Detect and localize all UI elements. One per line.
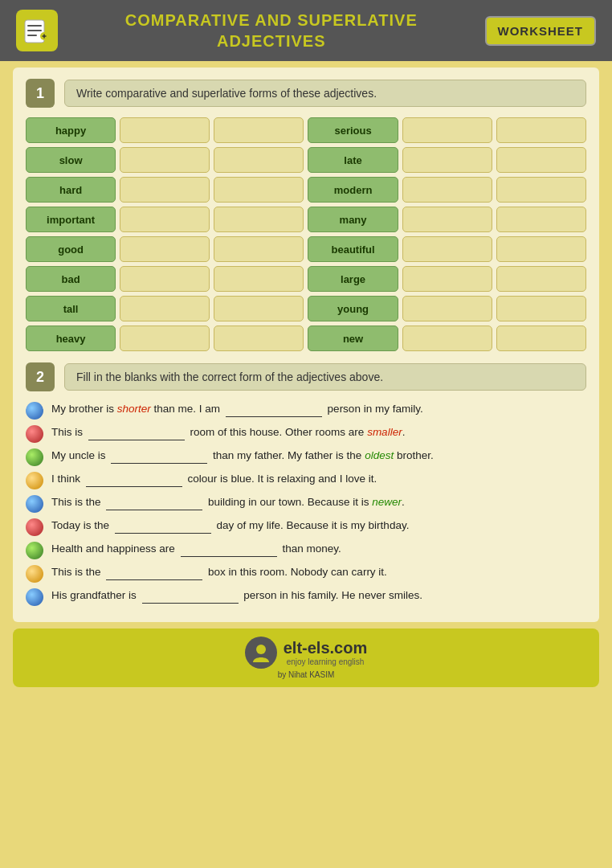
blank-serious-comp[interactable] [402,117,492,143]
adj-heavy: heavy [26,326,116,351]
blank-important-comp[interactable] [120,207,210,232]
header: COMPARATIVE AND SUPERLATIVE ADJECTIVES W… [0,0,612,61]
sentence-6: Today is the day of my life. Because it … [26,518,586,536]
main-content: 1 Write comparative and superlative form… [13,68,599,622]
sentence-text-6: Today is the day of my life. Because it … [51,518,586,534]
blank-heavy-comp[interactable] [120,326,210,351]
blank-s3[interactable] [111,463,207,464]
header-icon [16,10,58,51]
adjectives-grid: happy serious slow late hard modern impo… [26,117,586,351]
blank-hard-comp[interactable] [120,177,210,203]
blank-large-comp[interactable] [402,266,492,292]
blank-s2[interactable] [88,440,185,440]
blank-slow-super[interactable] [214,147,304,173]
section1-instruction: Write comparative and superlative forms … [64,80,586,107]
sentence-list: My brother is shorter than me. I am pers… [26,401,586,606]
footer-tagline: enjoy learning english [284,657,367,666]
sentence-1: My brother is shorter than me. I am pers… [26,401,586,420]
sentence-text-8: This is the box in this room. Nobody can… [51,564,586,580]
sentence-8: This is the box in this room. Nobody can… [26,564,586,583]
adj-late: late [308,147,398,173]
sentence-text-5: This is the building in our town. Becaus… [51,494,586,510]
blank-s5[interactable] [106,510,202,510]
sentence-2: This is room of this house. Other rooms … [26,424,586,443]
blank-many-comp[interactable] [402,207,492,232]
blank-beautiful-super[interactable] [496,236,586,262]
blank-young-comp[interactable] [402,296,492,321]
blank-s6[interactable] [115,533,211,534]
blank-happy-super[interactable] [214,117,304,143]
footer-site: elt-els.com [284,639,367,657]
section1-number: 1 [26,79,55,108]
adj-large: large [308,266,398,292]
adj-good: good [26,236,116,262]
highlight-newer: newer [372,496,402,508]
blank-tall-super[interactable] [214,296,304,321]
sentence-4: I think colour is blue. It is relaxing a… [26,471,586,489]
sentence-text-9: His grandfather is person in his family.… [51,588,586,604]
bullet-4 [26,472,43,489]
adj-young: young [308,296,398,321]
blank-new-comp[interactable] [402,326,492,351]
blank-many-super[interactable] [496,207,586,232]
blank-tall-comp[interactable] [120,296,210,321]
sentence-text-4: I think colour is blue. It is relaxing a… [51,471,586,487]
blank-s9[interactable] [142,603,239,604]
svg-point-7 [256,645,266,654]
blank-young-super[interactable] [496,296,586,321]
section2-number: 2 [26,362,55,391]
bullet-6 [26,518,43,536]
blank-good-super[interactable] [214,236,304,262]
blank-beautiful-comp[interactable] [402,236,492,262]
sentence-text-2: This is room of this house. Other rooms … [51,424,586,440]
blank-s7[interactable] [181,556,277,557]
section2: 2 Fill in the blanks with the correct fo… [26,362,586,606]
sentence-text-3: My uncle is than my father. My father is… [51,448,586,464]
highlight-oldest: oldest [365,449,394,461]
section2-instruction: Fill in the blanks with the correct form… [64,363,586,391]
adj-beautiful: beautiful [308,236,398,262]
highlight-smaller: smaller [367,426,402,438]
blank-large-super[interactable] [496,266,586,292]
adj-happy: happy [26,117,116,143]
blank-modern-comp[interactable] [402,177,492,203]
bullet-8 [26,565,43,583]
sentence-3: My uncle is than my father. My father is… [26,448,586,466]
adj-important: important [26,207,116,232]
blank-s1[interactable] [226,416,322,417]
blank-serious-super[interactable] [496,117,586,143]
adj-hard: hard [26,177,116,203]
section1-header: 1 Write comparative and superlative form… [26,79,586,108]
bullet-2 [26,425,43,443]
bullet-1 [26,402,43,420]
adj-tall: tall [26,296,116,321]
footer: elt-els.com enjoy learning english by Ni… [13,628,599,687]
blank-bad-comp[interactable] [120,266,210,292]
blank-hard-super[interactable] [214,177,304,203]
worksheet-badge: WORKSHEET [485,16,597,46]
blank-late-super[interactable] [496,147,586,173]
highlight-shorter: shorter [117,403,151,415]
blank-slow-comp[interactable] [120,147,210,173]
blank-good-comp[interactable] [120,236,210,262]
blank-happy-comp[interactable] [120,117,210,143]
sentence-text-7: Health and happiness are than money. [51,541,586,557]
blank-heavy-super[interactable] [214,326,304,351]
footer-byline: by Nihat KASIM [278,670,335,679]
bullet-3 [26,448,43,466]
bullet-5 [26,495,43,513]
blank-new-super[interactable] [496,326,586,351]
blank-late-comp[interactable] [402,147,492,173]
blank-bad-super[interactable] [214,266,304,292]
blank-modern-super[interactable] [496,177,586,203]
footer-logo [245,637,277,669]
blank-s4[interactable] [86,486,182,487]
sentence-7: Health and happiness are than money. [26,541,586,559]
adj-bad: bad [26,266,116,292]
blank-s8[interactable] [106,579,202,580]
footer-inner: elt-els.com enjoy learning english [245,637,367,669]
adj-modern: modern [308,177,398,203]
blank-important-super[interactable] [214,207,304,232]
adj-new: new [308,326,398,351]
header-title: COMPARATIVE AND SUPERLATIVE ADJECTIVES [58,10,485,51]
